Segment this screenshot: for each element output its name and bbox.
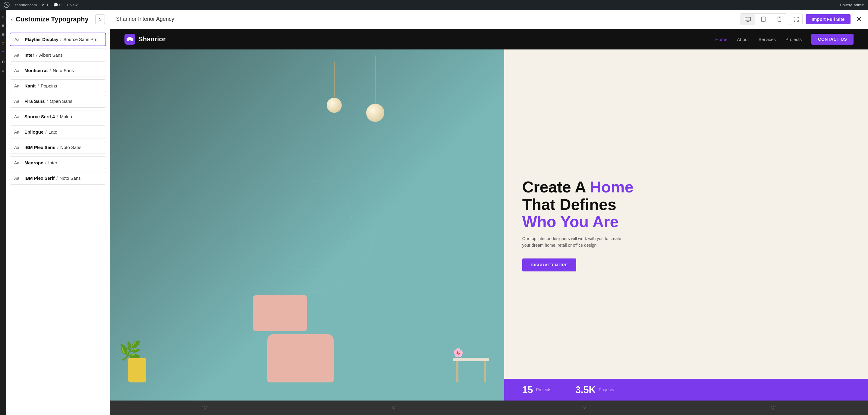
nav-link-home[interactable]: Home: [715, 37, 727, 42]
font-item-2[interactable]: Aa Montserrat / Noto Sans: [10, 64, 106, 77]
admin-bar-howdy: Howdy, admin: [840, 3, 864, 7]
pendant-ball-1: [327, 98, 342, 113]
table-leg-right: [484, 361, 486, 382]
heart-icon-3: ♡: [581, 405, 586, 411]
font-item-6[interactable]: Aa Epilogue / Lato: [10, 125, 106, 139]
device-tablet-button[interactable]: [756, 13, 771, 25]
font-name-9: IBM Plex Serif / Noto Sans: [24, 176, 81, 181]
table-leg-left: [456, 361, 458, 382]
font-name-4: Fira Sans / Open Sans: [24, 99, 72, 104]
main-layout: ⌂ ☰ ⊞ ⚙ T ◧ ⊕ ‹ Customize Typography ↻ A…: [0, 10, 868, 415]
font-aa-7: Aa: [14, 145, 21, 150]
font-aa-5: Aa: [14, 114, 21, 119]
svg-point-6: [763, 21, 764, 22]
font-item-4[interactable]: Aa Fira Sans / Open Sans: [10, 95, 106, 108]
chair-cushion: [267, 334, 334, 382]
font-list: Aa Playfair Display / Source Sans Pro Aa…: [6, 29, 110, 415]
sidebar-icon-template[interactable]: ⊞: [0, 30, 6, 39]
admin-bar-revisions[interactable]: ↺ 1: [41, 3, 48, 7]
sidebar-icon-plugins[interactable]: ⊕: [0, 66, 6, 75]
font-name-2: Montserrat / Noto Sans: [24, 68, 74, 73]
stat-label-2: Projects: [599, 387, 614, 392]
nav-link-contact[interactable]: CONTACT US: [811, 34, 854, 45]
logo-icon: [124, 34, 135, 45]
pendant-light-1: [327, 62, 342, 113]
font-name-1: Inter / Albert Sans: [24, 53, 63, 58]
refresh-button[interactable]: ↻: [95, 14, 105, 24]
font-item-0[interactable]: Aa Playfair Display / Source Sans Pro: [10, 33, 106, 46]
font-aa-8: Aa: [14, 160, 21, 165]
preview-area: Shanrior Interior Agency Import Full Sit…: [110, 10, 868, 415]
font-name-0: Playfair Display / Source Sans Pro: [25, 37, 98, 42]
table-legs: [453, 361, 489, 382]
sidebar-icon-settings[interactable]: ⚙: [0, 39, 6, 48]
site-logo: Shanrior: [124, 34, 165, 45]
sidebar-icon-pages[interactable]: ☰: [0, 21, 6, 30]
font-item-9[interactable]: Aa IBM Plex Serif / Noto Sans: [10, 172, 106, 185]
table-top: [453, 358, 489, 361]
font-item-5[interactable]: Aa Source Serif 4 / Mukta: [10, 110, 106, 123]
font-name-6: Epilogue / Lato: [24, 129, 57, 135]
stat-number-1: 15: [522, 384, 533, 395]
chair-back: [253, 295, 307, 331]
discover-more-button[interactable]: DISCOVER MORE: [522, 259, 577, 271]
hero-subtitle: Our top interior designers will work wit…: [522, 235, 625, 249]
hero-text-side: Create A Home That Defines Who You Are O…: [504, 50, 868, 401]
website-frame: Shanrior Home About Services Projects CO…: [110, 29, 868, 415]
pendant-wire-1: [334, 62, 335, 98]
sidebar-icon-media[interactable]: ◧: [0, 57, 6, 66]
preview-toolbar: Shanrior Interior Agency Import Full Sit…: [110, 10, 868, 29]
device-mobile-button[interactable]: [772, 13, 786, 25]
sidebar-icon-active[interactable]: T: [0, 48, 6, 57]
font-aa-4: Aa: [14, 99, 21, 104]
font-name-3: Kanit / Poppins: [24, 83, 57, 88]
side-table-area: 🌸: [453, 348, 489, 382]
heart-icon-4: ♡: [771, 405, 776, 411]
hero-heading-accent: Home: [590, 178, 633, 196]
font-item-8[interactable]: Aa Manrope / Inter: [10, 156, 106, 169]
font-item-7[interactable]: Aa IBM Plex Sans / Noto Sans: [10, 141, 106, 154]
customize-header: ‹ Customize Typography ↻: [6, 10, 110, 29]
svg-point-9: [779, 21, 780, 22]
admin-bar-comments[interactable]: 💬 0: [53, 3, 61, 7]
font-item-3[interactable]: Aa Kanit / Poppins: [10, 79, 106, 92]
heart-icon-2: ♡: [392, 405, 397, 411]
nav-link-services[interactable]: Services: [758, 37, 776, 42]
hero-section: 🌿 🌸: [110, 50, 868, 401]
close-button[interactable]: ✕: [856, 15, 862, 24]
pendant-wire-2: [375, 56, 375, 104]
font-aa-0: Aa: [14, 37, 21, 42]
import-full-site-button[interactable]: Import Full Site: [806, 14, 850, 24]
bottom-thumb-2: ♡: [300, 401, 489, 415]
logo-text: Shanrior: [138, 35, 165, 43]
bottom-thumb-1: ♡: [110, 401, 300, 415]
site-nav: Shanrior Home About Services Projects CO…: [110, 29, 868, 50]
stat-item-1: 15 Projects: [522, 384, 551, 395]
nav-links: Home About Services Projects CONTACT US: [715, 34, 854, 45]
stats-bar: 15 Projects 3.5K Projects: [504, 379, 868, 401]
font-name-5: Source Serif 4 / Mukta: [24, 114, 72, 119]
nav-link-projects[interactable]: Projects: [785, 37, 802, 42]
device-buttons: [741, 13, 787, 25]
website-preview: Shanrior Home About Services Projects CO…: [110, 29, 868, 415]
font-item-1[interactable]: Aa Inter / Albert Sans: [10, 49, 106, 62]
heart-icon-1: ♡: [202, 405, 207, 411]
stat-number-2: 3.5K: [575, 384, 596, 395]
stat-item-2: 3.5K Projects: [575, 384, 614, 395]
font-aa-2: Aa: [14, 68, 21, 73]
font-name-7: IBM Plex Sans / Noto Sans: [24, 145, 82, 150]
bottom-row: ♡ ♡ ♡ ♡: [110, 401, 868, 415]
hero-heading-part3: Who You Are: [522, 213, 619, 230]
admin-bar-site[interactable]: shanrior.com: [14, 3, 37, 7]
plant-pot: [128, 358, 146, 382]
sidebar-icon-home[interactable]: ⌂: [0, 12, 6, 21]
hero-heading-part2: That Defines: [522, 196, 616, 213]
site-title-label: Shanrior Interior Agency: [116, 16, 738, 22]
expand-button[interactable]: [790, 13, 803, 25]
nav-link-about[interactable]: About: [737, 37, 749, 42]
wp-logo-icon[interactable]: [4, 2, 10, 8]
device-desktop-button[interactable]: [741, 13, 755, 25]
back-arrow-icon[interactable]: ‹: [11, 17, 13, 22]
stat-label-1: Projects: [536, 387, 551, 392]
admin-bar-new[interactable]: + New: [66, 3, 78, 7]
